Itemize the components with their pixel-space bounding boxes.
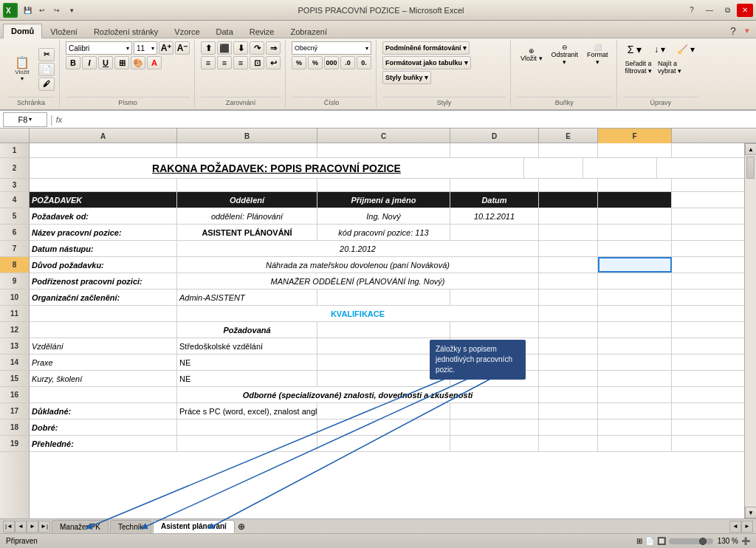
scroll-down-btn[interactable]: ▼ (745, 507, 756, 518)
cell-b11[interactable]: KVALIFIKACE (177, 306, 539, 321)
align-middle-btn[interactable]: ⬛ (217, 41, 232, 55)
cell-b5[interactable]: oddělení: Plánování (177, 208, 317, 224)
cell-a9[interactable]: Podřízenost pracovní pozici: (30, 273, 177, 289)
align-center-btn[interactable]: ≡ (217, 56, 232, 69)
sort-filter-btn[interactable]: Seřadit afiltrovat ▾ (623, 59, 655, 75)
cell-styles-btn[interactable]: Styly buňky ▾ (382, 71, 431, 84)
cell-c5[interactable]: Ing. Nový (317, 208, 450, 224)
cell-a15[interactable]: Kurzy, školení (30, 371, 177, 386)
cell-a1[interactable] (30, 143, 177, 157)
italic-button[interactable]: I (82, 56, 97, 69)
cell-f10[interactable] (598, 290, 672, 305)
cell-d3[interactable] (450, 179, 539, 191)
cell-e17[interactable] (539, 403, 598, 419)
cell-f11[interactable] (598, 306, 672, 321)
cell-c10[interactable] (317, 290, 450, 305)
cell-f3[interactable] (598, 179, 672, 191)
text-direction-btn[interactable]: ↷ (250, 41, 264, 55)
fill-color-button[interactable]: 🎨 (131, 56, 145, 69)
cell-a17[interactable]: Důkladné: (30, 403, 177, 419)
cell-e7[interactable] (539, 241, 598, 256)
cell-b19[interactable] (177, 436, 317, 451)
percent-btn[interactable]: % (308, 56, 323, 69)
cell-d5[interactable]: 10.12.2011 (450, 208, 539, 224)
cell-d17[interactable] (450, 403, 539, 419)
cell-e4[interactable] (539, 192, 598, 208)
cell-b17[interactable]: Práce s PC (word, excel), znalost anglic… (177, 403, 317, 419)
cell-e1[interactable] (539, 143, 598, 157)
align-top-btn[interactable]: ⬆ (201, 41, 216, 55)
cell-e10[interactable] (539, 290, 598, 305)
cell-c18[interactable] (317, 419, 450, 435)
vertical-scrollbar[interactable]: ▲ ▼ (744, 143, 756, 518)
number-format-selector[interactable]: Obecný ▾ (292, 41, 371, 55)
cell-d18[interactable] (450, 419, 539, 435)
cell-a16[interactable] (30, 387, 177, 403)
find-select-btn[interactable]: Najít avybrat ▾ (656, 59, 684, 75)
cell-e12[interactable] (539, 322, 598, 338)
cell-e16[interactable] (539, 387, 598, 403)
cell-b16[interactable]: Odborné (specializované) znalosti, doved… (177, 387, 539, 403)
paste-dropdown-icon[interactable]: ▾ (21, 75, 24, 82)
cell-e3[interactable] (539, 179, 598, 191)
cell-a5[interactable]: Požadavek od: (30, 208, 177, 224)
cell-d6[interactable] (450, 225, 539, 240)
cell-b9[interactable]: MANAŽER ODDĚLENÍ (PLÁNOVÁNÍ Ing. Nový) (177, 273, 539, 289)
redo-qa-btn[interactable]: ↪ (50, 4, 63, 17)
cell-b6[interactable]: ASISTENT PLÁNOVÁNÍ (177, 225, 317, 240)
currency-btn[interactable]: % (292, 56, 306, 69)
delete-cells-btn[interactable]: ⊖ Odstranit ▾ (548, 41, 583, 68)
cell-e15[interactable] (539, 371, 598, 386)
decrease-decimal-btn[interactable]: 0. (357, 56, 371, 69)
cell-c19[interactable] (317, 436, 450, 451)
tab-vlozeni[interactable]: Vložení (42, 24, 86, 38)
cell-f8[interactable] (598, 257, 672, 273)
cell-f2[interactable] (583, 158, 657, 178)
sheet-tab-manazerpk[interactable]: Manažer PK (52, 520, 109, 533)
tab-vzorce[interactable]: Vzorce (166, 24, 207, 38)
sheet-nav-first[interactable]: |◄ (3, 521, 15, 532)
format-as-table-btn[interactable]: Formátovat jako tabulku ▾ (382, 56, 471, 69)
font-color-button[interactable]: A (147, 56, 162, 69)
cell-b8[interactable]: Náhrada za mateřskou dovolenou (paní Nov… (177, 257, 539, 273)
font-size-selector[interactable]: 11 ▾ (134, 41, 157, 55)
cell-a4[interactable]: POŽADAVEK (30, 192, 177, 208)
cell-c3[interactable] (317, 179, 450, 191)
underline-button[interactable]: U (98, 56, 113, 69)
cell-a14[interactable]: Praxe (30, 355, 177, 370)
zoom-slider[interactable] (669, 538, 713, 544)
sheet-nav-last[interactable]: ►| (38, 521, 50, 532)
cell-f12[interactable] (598, 322, 672, 338)
copy-button[interactable]: 📄 (38, 63, 55, 76)
scroll-left-btn[interactable]: ◄ (729, 521, 741, 532)
indent-increase-btn[interactable]: ⇒ (266, 41, 281, 55)
cell-b10[interactable]: Admin-ASISTENT (177, 290, 317, 305)
cell-d4[interactable]: Datum (450, 192, 539, 208)
increase-font-btn[interactable]: A⁺ (159, 41, 173, 55)
number-format-dropdown[interactable]: ▾ (365, 45, 368, 52)
cell-f5[interactable] (598, 208, 672, 224)
dropdown-qa-btn[interactable]: ▾ (65, 4, 78, 17)
formula-input[interactable] (65, 112, 753, 127)
cell-d12[interactable] (450, 322, 539, 338)
cell-b4[interactable]: Oddělení (177, 192, 317, 208)
cell-f16[interactable] (598, 387, 672, 403)
cell-a18[interactable]: Dobré: (30, 419, 177, 435)
sheet-nav-next[interactable]: ► (27, 521, 38, 532)
cell-a8[interactable]: Důvod požadavku: (30, 257, 177, 273)
cell-a7[interactable]: Datum nástupu: (30, 241, 177, 256)
horizontal-scrollbar[interactable] (245, 521, 729, 532)
cell-b3[interactable] (177, 179, 317, 191)
cell-b14[interactable]: NE (177, 355, 317, 370)
cell-b7[interactable]: 20.1.2012 (177, 241, 539, 256)
tab-domu[interactable]: Domů (3, 24, 42, 38)
view-normal-btn[interactable]: ⊞ (636, 537, 642, 545)
sheet-tab-asistent[interactable]: Asistent plánování (153, 520, 235, 533)
conditional-format-btn[interactable]: Podmíněné formátování ▾ (382, 41, 470, 55)
scroll-right-btn[interactable]: ► (741, 521, 753, 532)
cell-b12[interactable]: Požadovaná (177, 322, 317, 338)
format-painter-button[interactable]: 🖌 (38, 78, 55, 91)
decrease-font-btn[interactable]: A⁻ (175, 41, 190, 55)
cell-c17[interactable] (317, 403, 450, 419)
cell-a11[interactable] (30, 306, 177, 321)
